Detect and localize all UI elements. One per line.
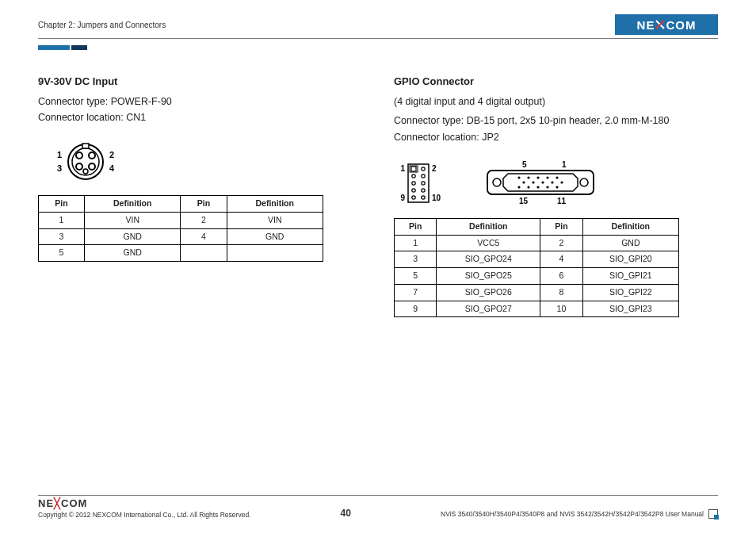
- th-def: Definition: [437, 218, 540, 235]
- table-row: 5SIO_GPO25 6SIO_GPI21: [395, 268, 679, 285]
- table-row: 3 GND 4 GND: [39, 228, 323, 245]
- svg-point-36: [556, 176, 558, 178]
- svg-point-21: [422, 196, 425, 199]
- svg-point-7: [76, 163, 82, 170]
- gpio-sub: (4 digital input and 4 digital output): [394, 94, 718, 109]
- gpio-pin-table: Pin Definition Pin Definition 1VCC5 2GND…: [394, 218, 679, 318]
- svg-text:9: 9: [400, 194, 405, 202]
- svg-text:1: 1: [562, 160, 567, 169]
- svg-point-31: [580, 178, 588, 186]
- svg-point-5: [76, 152, 82, 159]
- page-footer: NE╳COM Copyright © 2012 NEXCOM Internati…: [38, 495, 718, 519]
- header-accent: [38, 45, 718, 50]
- svg-point-8: [89, 163, 95, 170]
- svg-text:5: 5: [522, 160, 527, 169]
- th-def: Definition: [227, 196, 323, 213]
- svg-point-37: [522, 181, 525, 183]
- table-row: 5 GND: [39, 245, 323, 262]
- pin-label-2: 2: [109, 150, 114, 159]
- svg-point-40: [551, 181, 553, 183]
- page-header: Chapter 2: Jumpers and Connectors NE COM: [38, 14, 718, 39]
- svg-point-33: [527, 176, 529, 178]
- svg-point-15: [422, 174, 425, 178]
- logo-x-icon: [655, 19, 666, 30]
- svg-rect-22: [411, 167, 416, 171]
- svg-point-13: [422, 167, 425, 171]
- chapter-title: Chapter 2: Jumpers and Connectors: [38, 21, 166, 29]
- dc-input-type: Connector type: POWER-F-90: [38, 94, 362, 109]
- table-header-row: Pin Definition Pin Definition: [39, 196, 323, 213]
- table-row: 1 VIN 2 VIN: [39, 212, 323, 228]
- svg-text:1: 1: [400, 164, 405, 173]
- svg-point-38: [532, 181, 534, 183]
- svg-point-32: [517, 176, 520, 178]
- svg-point-44: [536, 186, 539, 188]
- svg-text:2: 2: [432, 164, 437, 173]
- gpio-diagram: 1 2 9 10 5 1: [394, 159, 718, 207]
- svg-point-16: [412, 182, 415, 185]
- svg-point-9: [83, 169, 88, 174]
- logo-text-right: COM: [666, 18, 696, 32]
- gpio-type: Connector type: DB-15 port, 2x5 10-pin h…: [394, 113, 718, 128]
- th-pin: Pin: [181, 196, 227, 213]
- svg-point-41: [560, 181, 563, 183]
- pin-label-4: 4: [109, 163, 115, 173]
- svg-point-18: [412, 189, 415, 192]
- svg-point-19: [422, 189, 425, 192]
- copyright-text: Copyright © 2012 NEXCOM International Co…: [38, 511, 250, 519]
- pin-label-3: 3: [57, 163, 62, 173]
- svg-point-34: [536, 176, 539, 178]
- table-header-row: Pin Definition Pin Definition: [395, 218, 679, 235]
- svg-text:11: 11: [557, 197, 567, 205]
- pin-label-1: 1: [57, 150, 62, 159]
- table-row: 7SIO_GPO26 8SIO_GPI22: [395, 284, 679, 301]
- svg-rect-4: [82, 144, 89, 148]
- logo-text-left: NE: [637, 18, 655, 32]
- dc-input-pin-table: Pin Definition Pin Definition 1 VIN 2 VI…: [38, 195, 323, 262]
- section-dc-input: 9V-30V DC Input Connector type: POWER-F-…: [38, 74, 362, 317]
- svg-point-17: [422, 182, 425, 185]
- manual-title: NViS 3540/3540H/3540P4/3540P8 and NViS 3…: [441, 510, 704, 518]
- page-number: 40: [322, 508, 369, 519]
- svg-point-3: [72, 148, 99, 175]
- svg-point-39: [541, 181, 544, 183]
- dc-input-diagram: 1 2 3 4: [38, 140, 362, 184]
- svg-point-45: [546, 186, 548, 188]
- svg-point-30: [493, 178, 501, 186]
- dc-input-title: 9V-30V DC Input: [38, 74, 362, 90]
- table-row: 3SIO_GPO24 4SIO_GPI20: [395, 251, 679, 268]
- th-pin: Pin: [395, 218, 437, 235]
- th-pin: Pin: [540, 218, 582, 235]
- footer-logo: NE╳COM: [38, 497, 250, 509]
- dc-input-location: Connector location: CN1: [38, 110, 362, 125]
- section-gpio: GPIO Connector (4 digital input and 4 di…: [394, 74, 718, 317]
- svg-point-46: [556, 186, 558, 188]
- footer-mark-icon: [708, 509, 718, 519]
- svg-point-43: [527, 186, 529, 188]
- svg-point-14: [412, 174, 415, 178]
- svg-text:10: 10: [432, 194, 441, 202]
- gpio-location: Connector location: JP2: [394, 130, 718, 145]
- table-row: 1VCC5 2GND: [395, 235, 679, 251]
- svg-text:15: 15: [519, 197, 529, 205]
- svg-point-35: [546, 176, 548, 178]
- th-pin: Pin: [39, 196, 85, 213]
- svg-point-20: [412, 196, 415, 199]
- table-row: 9SIO_GPO27 10SIO_GPI23: [395, 301, 679, 317]
- svg-point-42: [517, 186, 520, 188]
- brand-logo: NE COM: [615, 14, 718, 35]
- th-def: Definition: [582, 218, 678, 235]
- gpio-title: GPIO Connector: [394, 74, 718, 90]
- svg-point-6: [89, 152, 95, 159]
- th-def: Definition: [85, 196, 181, 213]
